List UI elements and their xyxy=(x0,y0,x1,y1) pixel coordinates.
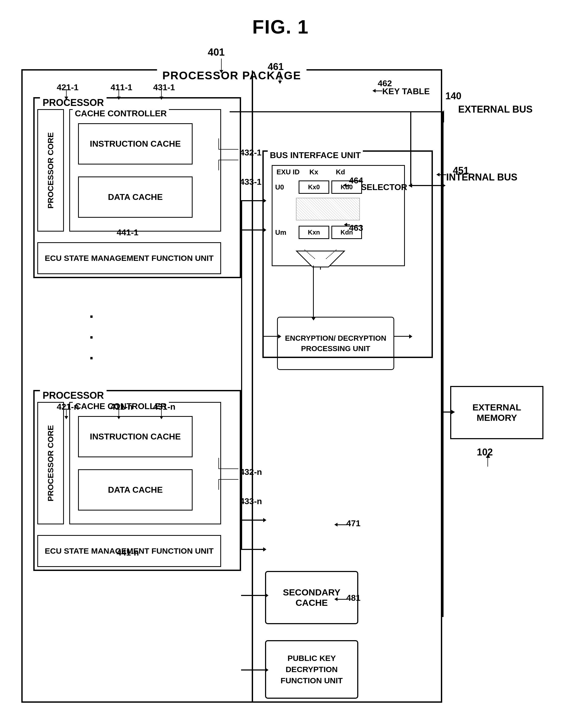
label-441-1: 441-1 xyxy=(117,228,138,237)
bracket-433-n-vert xyxy=(218,479,219,490)
cache-controller-n: CACHE CONTROLLER INSTRUCTION CACHE DATA … xyxy=(69,402,221,524)
arrow-411-n-head xyxy=(117,416,121,419)
label-102: 102 xyxy=(477,447,493,458)
selector-to-enc-arrow xyxy=(312,317,316,320)
bracket-432-1-horiz xyxy=(218,149,238,150)
processor-core-1-label: PROCESSOR CORE xyxy=(46,132,55,209)
proc-to-enc-line xyxy=(263,336,279,337)
bracket-432-n-vert xyxy=(218,458,219,468)
instruction-cache-1-label: INSTRUCTION CACHE xyxy=(90,139,180,149)
bus-to-ext-arrow xyxy=(442,183,446,188)
label-463: 463 xyxy=(349,223,363,233)
vertical-divider xyxy=(252,71,253,701)
label-421-n: 421-n xyxy=(57,402,79,412)
key-table-label: KEY TABLE xyxy=(382,87,430,96)
processor-package-label: PROCESSOR PACKAGE xyxy=(157,69,307,82)
arrow-481-line xyxy=(336,599,347,600)
enc-to-ext-arrow xyxy=(409,334,412,339)
bracket-433-1-vert xyxy=(218,160,219,170)
key-table-shaded-rows xyxy=(296,198,360,220)
data-cache-n-label: DATA CACHE xyxy=(108,485,163,495)
label-481: 481 xyxy=(346,593,361,603)
bracket-432-1-vert xyxy=(218,138,219,149)
conn-to-pubkey-arrow xyxy=(265,668,268,672)
bus-interface-label: BUS INTERFACE UNIT xyxy=(268,150,363,160)
processor-package-box: PROCESSOR PACKAGE PROCESSOR PROCESSOR CO… xyxy=(21,69,442,703)
bracket-432-n-horiz xyxy=(218,468,238,469)
proc1-to-bus-line-432 xyxy=(241,200,264,201)
arrow-431-n xyxy=(161,409,162,417)
arrow-431-n-head xyxy=(159,416,163,419)
arrow-421-1-head xyxy=(64,97,68,100)
instruction-cache-1: INSTRUCTION CACHE xyxy=(78,123,192,164)
label-433-1: 433-1 xyxy=(240,177,261,187)
proc1-to-bus-line-433 xyxy=(241,229,264,231)
cache-controller-1-label: CACHE CONTROLLER xyxy=(73,109,169,118)
label-441-n: 441-n xyxy=(117,548,139,558)
arrow-411-1 xyxy=(118,89,119,97)
label-140: 140 xyxy=(445,91,461,102)
proc-to-enc-arrow xyxy=(278,334,281,339)
arrow-421-n xyxy=(66,409,67,417)
external-bus-label: EXTERNAL BUS xyxy=(458,104,533,115)
public-key-label: PUBLIC KEY DECRYPTION FUNCTION UNIT xyxy=(266,653,357,686)
label-432-n: 432-n xyxy=(240,467,262,477)
arrow-431-1 xyxy=(161,89,162,97)
secondary-cache: SECONDARY CACHE xyxy=(265,571,358,624)
processor-core-n-label: PROCESSOR CORE xyxy=(46,425,55,501)
arrow-471-head xyxy=(334,523,338,527)
kx0-cell: Kx0 xyxy=(299,180,329,194)
arrow-451-head xyxy=(436,173,440,176)
page-title: FIG. 1 xyxy=(252,16,309,38)
conn-to-sec-arrow xyxy=(265,593,268,598)
kx-header: Kx xyxy=(301,168,327,176)
data-cache-n: DATA CACHE xyxy=(78,469,192,511)
encryption-block: ENCRYPTION/ DECRYPTION PROCESSING UNIT xyxy=(277,317,394,370)
secondary-cache-label: SECONDARY CACHE xyxy=(266,587,357,608)
label-411-n: 411-n xyxy=(110,402,133,412)
ecu-state-1-label: ECU STATE MANAGEMENT FUNCTION UNIT xyxy=(45,254,214,263)
bus-interface-unit: BUS INTERFACE UNIT EXU ID Kx Kd U0 Kx0 K… xyxy=(262,150,433,358)
key-table: EXU ID Kx Kd U0 Kx0 Kd0 Um Kxn xyxy=(272,165,405,266)
kxn-cell: Kxn xyxy=(299,226,329,239)
label-411-1: 411-1 xyxy=(110,83,132,92)
ext-bus-to-mem-arrow xyxy=(451,410,455,414)
label-432-1: 432-1 xyxy=(240,148,261,158)
procn-to-bus-line-433 xyxy=(241,549,264,550)
arrow-140 xyxy=(444,110,444,122)
ecu-state-1: ECU STATE MANAGEMENT FUNCTION UNIT xyxy=(37,242,221,274)
processor-n-label: PROCESSOR xyxy=(40,390,106,401)
arrow-411-n xyxy=(118,409,119,417)
arrow-471-line xyxy=(336,524,347,525)
exu-id-header: EXU ID xyxy=(276,168,301,176)
kd-header: Kd xyxy=(327,168,354,176)
arrow-102-head xyxy=(486,454,490,458)
arrow-461 xyxy=(280,72,280,81)
ext-bus-to-mem-horiz xyxy=(442,412,452,413)
processor-core-1: PROCESSOR CORE xyxy=(37,109,64,232)
label-431-n: 431-n xyxy=(153,402,175,412)
conn-to-public-key xyxy=(241,669,266,671)
data-cache-1-label: DATA CACHE xyxy=(108,192,163,202)
encryption-label: ENCRYPTION/ DECRYPTION PROCESSING UNIT xyxy=(278,333,394,354)
conn-to-secondary-cache xyxy=(241,595,266,596)
processor-1-label: PROCESSOR xyxy=(40,97,106,108)
arrow-481-head xyxy=(334,597,338,601)
arr-433-n xyxy=(263,547,266,552)
label-461: 461 xyxy=(268,61,284,72)
arr-432-1 xyxy=(263,199,266,203)
um-label: Um xyxy=(275,228,297,237)
arrow-431-1-head xyxy=(159,97,163,100)
arr-432-n xyxy=(263,518,266,522)
label-431-1: 431-1 xyxy=(153,83,175,92)
label-401: 401 xyxy=(208,47,224,58)
label-433-n: 433-n xyxy=(240,496,262,506)
instruction-cache-n-label: INSTRUCTION CACHE xyxy=(90,432,180,442)
internal-bus-vert xyxy=(410,111,411,186)
external-memory-label: EXTERNAL MEMORY xyxy=(451,402,542,423)
dots-section: ··· xyxy=(89,306,94,368)
selector-to-enc-line xyxy=(313,266,314,319)
external-memory: EXTERNAL MEMORY xyxy=(450,386,543,439)
svg-marker-0 xyxy=(297,251,345,267)
selector-label: SELECTOR xyxy=(361,182,407,192)
